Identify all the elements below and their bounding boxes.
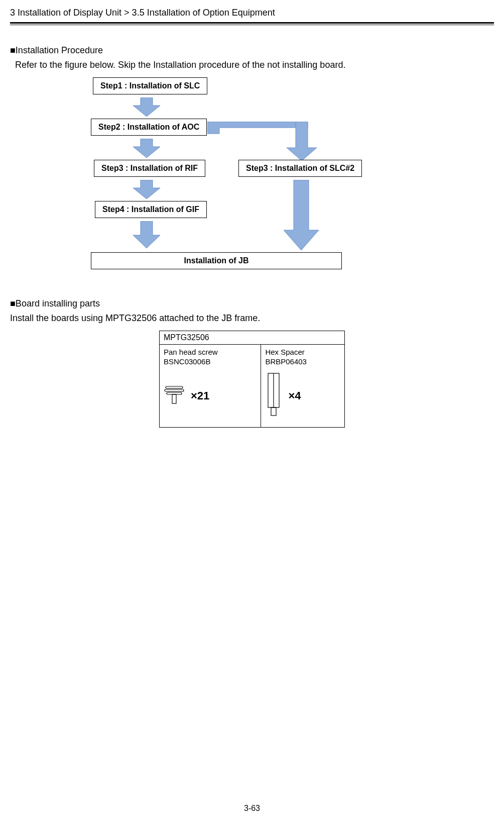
flow-step3b-box: Step3 : Installation of SLC#2 [238,160,362,177]
svg-rect-5 [271,407,276,416]
section-board-parts-title: ■Board installing parts [10,298,494,309]
section-board-parts-desc: Install the boards using MPTG32506 attac… [10,313,494,324]
spacer-icon [265,372,282,420]
arrow-down-icon [133,180,160,199]
parts-left-code: BSNC03006B [164,357,210,366]
arrow-down-icon [133,139,160,158]
flow-step1-box: Step1 : Installation of SLC [93,77,207,94]
arrow-branch-right-icon [207,122,318,163]
page-number: 3-63 [0,804,504,813]
flow-step4-box: Step4 : Installation of GIF [95,201,207,218]
parts-right-name: Hex Spacer [265,348,304,356]
divider-thick [10,22,494,24]
breadcrumb: 3 Installation of Display Unit > 3.5 Ins… [10,8,494,18]
arrow-down-icon [133,97,160,117]
parts-left-name: Pan head screw [164,348,218,356]
section-installation-procedure-title: ■Installation Procedure [10,45,494,56]
arrow-down-icon [133,221,160,248]
svg-rect-3 [172,394,176,403]
screw-icon [164,385,185,407]
installation-flow-diagram: Step1 : Installation of SLC Step2 : Inst… [88,77,419,278]
section-installation-procedure-desc: Refer to the figure below. Skip the Inst… [15,60,494,70]
parts-kit-label: MPTG32506 [160,331,344,345]
svg-rect-0 [166,386,183,388]
parts-right-code: BRBP06403 [265,357,307,366]
parts-table: MPTG32506 Pan head screw BSNC03006B ×21 [159,331,345,428]
arrow-down-large-icon [284,180,319,250]
parts-cell-spacer: Hex Spacer BRBP06403 ×4 [261,345,344,427]
flow-step3a-box: Step3 : Installation of RIF [94,160,205,177]
svg-rect-1 [165,389,184,391]
parts-cell-screw: Pan head screw BSNC03006B ×21 [160,345,261,427]
flow-final-box: Installation of JB [91,252,342,269]
flow-step2-box: Step2 : Installation of AOC [91,119,207,136]
parts-left-qty: ×21 [191,389,209,402]
divider-thin [10,25,494,25]
parts-right-qty: ×4 [288,389,301,402]
